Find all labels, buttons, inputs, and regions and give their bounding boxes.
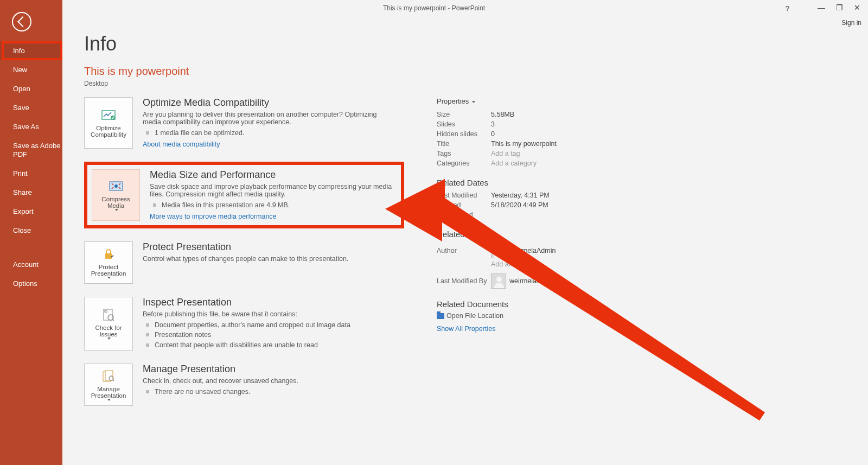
chevron-down-icon (472, 101, 475, 103)
titlebar: This is my powerpoint - PowerPoint ? — ❐… (0, 0, 868, 16)
prop-size-label: Size (437, 111, 491, 118)
prop-lmb-label: Last Modified By (437, 277, 491, 285)
prop-tags-label: Tags (437, 150, 491, 157)
sidebar-item-new[interactable]: New (0, 60, 62, 79)
related-people-heading: Related People (437, 230, 621, 239)
manage-icon (101, 368, 116, 384)
prop-lmb-value: weirmelaAdmin (509, 277, 556, 285)
avatar-icon (491, 273, 506, 289)
prop-created-label: Created (437, 201, 491, 209)
avatar-icon (491, 243, 506, 258)
main-content: Info This is my powerpoint Desktop Optim… (84, 33, 846, 465)
optimize-bullet: 1 media file can be optimized. (143, 128, 392, 138)
sidebar-item-info[interactable]: Info (0, 41, 62, 60)
properties-panel: Properties Size5.58MB Slides3 Hidden sli… (437, 97, 621, 419)
compress-media-button[interactable]: Compress Media (92, 169, 140, 221)
compress-btn-label: Compress Media (94, 196, 137, 209)
folder-icon (437, 313, 444, 319)
optimize-btn-label: Optimize Compatibility (87, 125, 130, 138)
protect-heading: Protect Presentation (143, 241, 348, 253)
compress-bullet: Media files in this presentation are 4.9… (150, 200, 397, 211)
sidebar-item-options[interactable]: Options (0, 274, 62, 293)
lock-icon (102, 246, 115, 262)
protect-presentation-button[interactable]: Protect Presentation (84, 241, 133, 284)
page-title: Info (84, 33, 846, 55)
add-author-link[interactable]: Add an author (491, 260, 534, 268)
related-documents-heading: Related Documents (437, 300, 621, 309)
back-arrow-icon (17, 16, 28, 27)
window-title: This is my powerpoint - PowerPoint (383, 4, 485, 12)
inspect-icon (101, 307, 116, 322)
inspect-bullet-2: Content that people with disabilities ar… (143, 340, 350, 351)
compress-desc: Save disk space and improve playback per… (150, 183, 397, 198)
file-name: This is my powerpoint (84, 65, 846, 78)
chevron-down-icon (107, 277, 111, 279)
sidebar-item-close[interactable]: Close (0, 221, 62, 240)
manage-presentation-button[interactable]: Manage Presentation (84, 364, 133, 406)
sidebar-item-account[interactable]: Account (0, 255, 62, 274)
chevron-down-icon (107, 399, 111, 401)
about-media-compat-link[interactable]: About media compatibility (143, 141, 220, 148)
show-all-properties-link[interactable]: Show All Properties (437, 325, 495, 333)
prop-hidden-label: Hidden slides (437, 130, 491, 138)
optimize-compatibility-button[interactable]: Optimize Compatibility (84, 97, 133, 149)
prop-cat-label: Categories (437, 160, 491, 167)
properties-dropdown[interactable]: Properties (437, 97, 621, 105)
optimize-heading: Optimize Media Compatibility (143, 97, 392, 109)
inspect-block: Check for Issues Inspect Presentation Be… (84, 297, 404, 351)
prop-cat-value[interactable]: Add a category (491, 160, 537, 167)
svg-point-3 (114, 184, 118, 188)
compress-heading: Media Size and Performance (150, 169, 397, 181)
sidebar-item-share[interactable]: Share (0, 183, 62, 202)
optimize-block: Optimize Compatibility Optimize Media Co… (84, 97, 404, 149)
help-icon[interactable]: ? (786, 4, 789, 12)
manage-btn-label: Manage Presentation (87, 386, 130, 399)
prop-tags-value[interactable]: Add a tag (491, 150, 520, 157)
inspect-desc: Before publishing this file, be aware th… (143, 310, 350, 318)
close-icon[interactable]: ✕ (854, 3, 860, 12)
more-ways-link[interactable]: More ways to improve media performance (150, 213, 276, 220)
prop-created-value: 5/18/2020 4:49 PM (491, 201, 548, 209)
protect-desc: Control what types of changes people can… (143, 255, 348, 263)
manage-heading: Manage Presentation (143, 364, 298, 375)
manage-bullet: There are no unsaved changes. (143, 387, 298, 397)
sidebar-item-open[interactable]: Open (0, 79, 62, 98)
protect-block: Protect Presentation Protect Presentatio… (84, 241, 404, 284)
minimize-icon[interactable]: — (818, 3, 825, 12)
check-issues-button[interactable]: Check for Issues (84, 297, 133, 351)
restore-icon[interactable]: ❐ (836, 3, 843, 12)
sign-in-link[interactable]: Sign in (841, 19, 861, 27)
related-dates-heading: Related Dates (437, 178, 621, 187)
svg-rect-4 (105, 253, 112, 259)
manage-desc: Check in, check out, and recover unsaved… (143, 377, 298, 385)
protect-btn-label: Protect Presentation (87, 264, 130, 277)
prop-hidden-value: 0 (491, 130, 495, 138)
chevron-down-icon (107, 337, 111, 340)
prop-title-label: Title (437, 140, 491, 148)
backstage-sidebar: Info New Open Save Save As Save as Adobe… (0, 0, 62, 465)
prop-lastprinted-label: Last Printed (437, 211, 491, 219)
back-button[interactable] (12, 12, 31, 31)
sidebar-item-export[interactable]: Export (0, 202, 62, 221)
optimize-desc: Are you planning to deliver this present… (143, 111, 392, 126)
inspect-bullet-1: Presentation notes (143, 330, 350, 340)
open-file-location-link[interactable]: Open File Location (446, 312, 503, 320)
sidebar-item-saveasadobe[interactable]: Save as Adobe PDF (0, 136, 62, 164)
prop-title-value[interactable]: This is my powerpoint (491, 140, 557, 148)
sidebar-item-print[interactable]: Print (0, 164, 62, 183)
prop-lastmod-value: Yesterday, 4:31 PM (491, 192, 550, 199)
compress-block: Compress Media Media Size and Performanc… (84, 162, 404, 228)
sidebar-item-save[interactable]: Save (0, 98, 62, 117)
prop-size-value: 5.58MB (491, 111, 514, 118)
sidebar-item-saveas[interactable]: Save As (0, 117, 62, 136)
prop-lastmod-label: Last Modified (437, 192, 491, 199)
compress-icon (108, 179, 124, 194)
inspect-bullet-0: Document properties, author's name and c… (143, 320, 350, 330)
prop-slides-value: 3 (491, 120, 495, 128)
prop-author-value[interactable]: weirmelaAdmin (509, 247, 556, 254)
prop-slides-label: Slides (437, 120, 491, 128)
inspect-btn-label: Check for Issues (87, 324, 130, 337)
file-location: Desktop (84, 80, 846, 87)
chevron-down-icon (115, 209, 118, 211)
prop-author-label: Author (437, 247, 491, 254)
